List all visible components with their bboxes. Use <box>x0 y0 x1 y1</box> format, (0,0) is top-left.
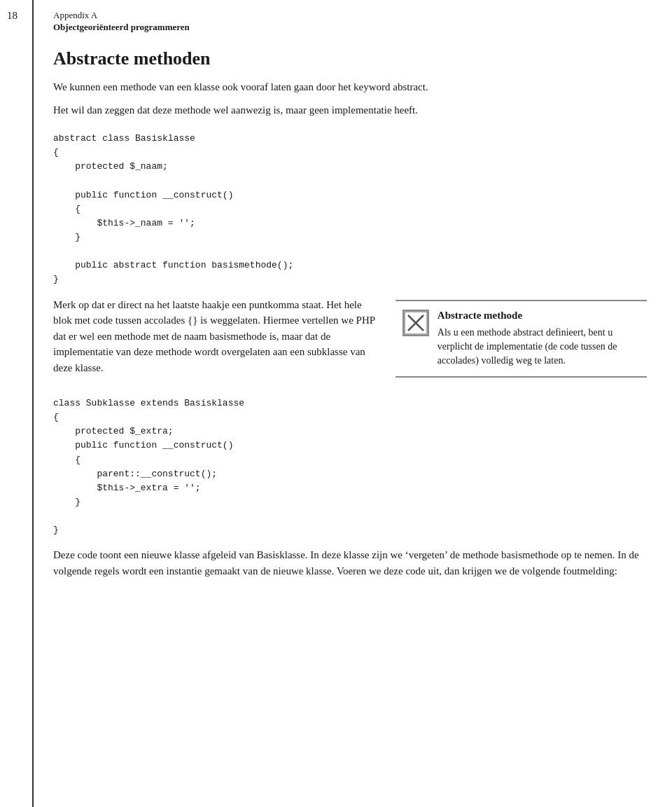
appendix-label: Appendix A <box>53 10 647 21</box>
appendix-title: Objectgeoriënteerd programmeren <box>53 22 647 33</box>
page: 18 Appendix A Objectgeoriënteerd program… <box>0 0 672 807</box>
code-block-1: abstract class Basisklasse { protected $… <box>53 132 647 287</box>
x-icon <box>404 311 428 335</box>
left-bar: 18 <box>0 0 34 807</box>
intro-text-1: We kunnen een methode van een klasse ook… <box>53 79 647 95</box>
main-content: Appendix A Objectgeoriënteerd programmer… <box>34 0 672 807</box>
note-content: Abstracte methode Als u een methode abst… <box>438 310 637 368</box>
section-heading: Abstracte methoden <box>53 48 647 69</box>
note-title: Abstracte methode <box>438 310 637 322</box>
two-column-section: Merk op dat er direct na het laatste haa… <box>53 297 647 383</box>
intro-text-2: Het wil dan zeggen dat deze methode wel … <box>53 102 647 118</box>
text-left-1: Merk op dat er direct na het laatste haa… <box>53 297 379 376</box>
note-box: Abstracte methode Als u een methode abst… <box>396 300 647 378</box>
column-left: Merk op dat er direct na het laatste haa… <box>53 297 379 383</box>
note-icon <box>402 310 429 336</box>
page-number: 18 <box>7 10 18 22</box>
text-bottom-1: Deze code toont een nieuwe klasse afgele… <box>53 547 647 579</box>
code-block-2: class Subklasse extends Basisklasse { pr… <box>53 396 647 537</box>
note-text: Als u een methode abstract definieert, b… <box>438 326 637 368</box>
column-right: Abstracte methode Als u een methode abst… <box>396 297 647 378</box>
